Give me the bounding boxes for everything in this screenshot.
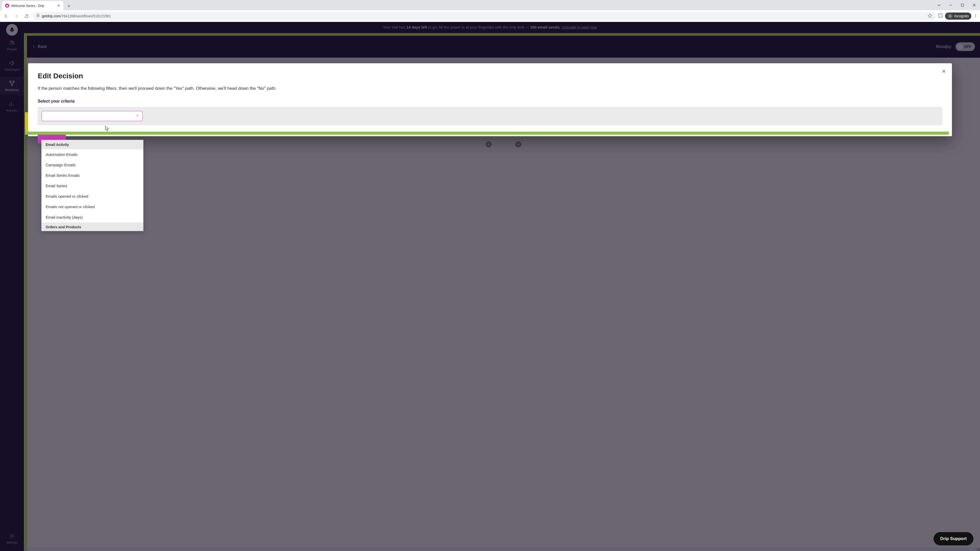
accent-stripe-yellow — [25, 112, 28, 135]
browser-tab-strip: Welcome Series · Drip ✕ + — [0, 0, 980, 10]
support-button[interactable]: Drip Support — [934, 532, 974, 545]
svg-point-6 — [975, 16, 976, 17]
browser-menu-icon[interactable] — [974, 13, 978, 19]
dropdown-option[interactable]: Emails not opened or clicked — [41, 202, 143, 212]
dropdown-option[interactable]: Email Series Emails — [41, 170, 143, 181]
incognito-label: Incognito — [954, 14, 969, 18]
chevron-up-icon — [136, 114, 139, 118]
dropdown-option[interactable]: Automation Emails — [41, 149, 143, 160]
bookmark-star-icon[interactable] — [928, 13, 932, 19]
nav-reload-icon[interactable] — [22, 12, 30, 20]
dropdown-scroll[interactable]: Email Activity Automation Emails Campaig… — [41, 140, 143, 231]
incognito-icon — [948, 14, 953, 19]
dropdown-option[interactable]: Campaign Emails — [41, 160, 143, 170]
extensions-icon[interactable] — [938, 13, 943, 19]
support-label: Drip Support — [940, 536, 967, 541]
dropdown-group-header: Email Activity — [41, 140, 143, 149]
address-bar[interactable]: getdrip.com/7641396/workflows/516121561 — [33, 12, 936, 21]
accent-stripe-green — [25, 132, 949, 135]
dropdown-option[interactable]: Emails opened or clicked — [41, 191, 143, 202]
criteria-container — [38, 107, 942, 125]
browser-tab[interactable]: Welcome Series · Drip ✕ — [2, 1, 63, 10]
dropdown-option[interactable]: Email Series — [41, 181, 143, 191]
drip-favicon — [5, 3, 9, 8]
modal-title: Edit Decision — [38, 72, 942, 80]
tab-title: Welcome Series · Drip — [11, 4, 55, 8]
modal-description: If the person matches the following filt… — [38, 85, 942, 92]
window-minimize-icon[interactable] — [945, 0, 956, 10]
modal-close-button[interactable]: ✕ — [940, 68, 947, 75]
nav-forward-icon — [12, 12, 21, 20]
nav-back-icon[interactable] — [2, 12, 10, 20]
window-close-icon[interactable] — [968, 0, 980, 10]
dropdown-group-header: Orders and Products — [41, 222, 143, 231]
url-text: getdrip.com/7641396/workflows/516121561 — [42, 14, 926, 18]
window-maximize-icon[interactable] — [956, 0, 968, 10]
svg-rect-1 — [939, 14, 942, 17]
app-viewport: Your trial has 14 days left to go. All t… — [0, 22, 980, 551]
svg-point-3 — [950, 16, 951, 17]
edit-decision-modal: Edit Decision ✕ If the person matches th… — [28, 63, 952, 136]
window-controls — [933, 0, 980, 10]
dropdown-option[interactable]: Email inactivity (days) — [41, 212, 143, 222]
lock-icon — [36, 14, 40, 18]
incognito-indicator[interactable]: Incognito — [945, 13, 971, 20]
svg-point-5 — [975, 15, 976, 16]
browser-toolbar: getdrip.com/7641396/workflows/516121561 … — [0, 10, 980, 22]
svg-rect-0 — [961, 4, 964, 6]
svg-point-4 — [975, 14, 976, 14]
criteria-label: Select your criteria — [38, 99, 942, 103]
svg-point-2 — [949, 16, 950, 17]
new-tab-button[interactable]: + — [65, 2, 73, 10]
tab-close-icon[interactable]: ✕ — [57, 3, 60, 8]
criteria-dropdown: Email Activity Automation Emails Campaig… — [41, 140, 143, 231]
criteria-select[interactable] — [41, 111, 143, 121]
tab-search-icon[interactable] — [933, 0, 945, 10]
